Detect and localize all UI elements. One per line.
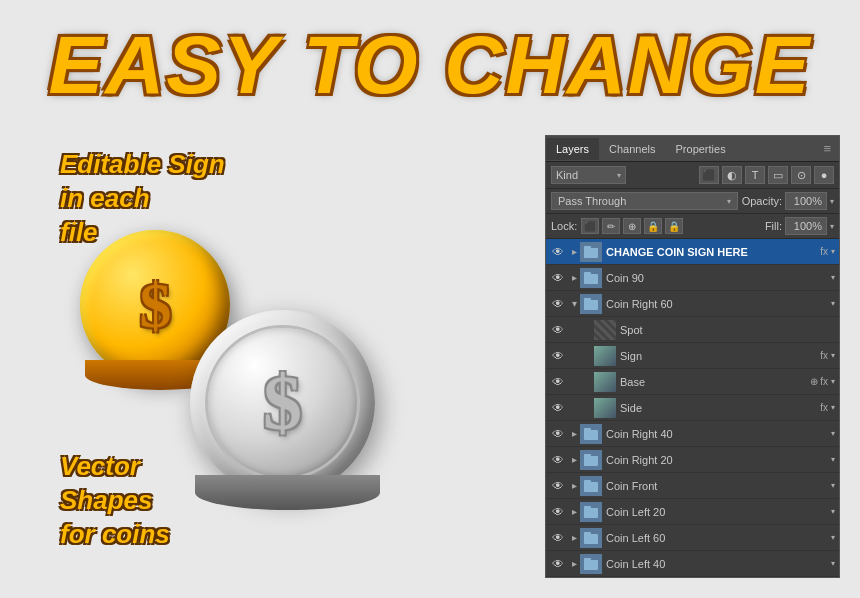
layer-fx-chevron[interactable]: ▾	[831, 455, 835, 464]
layer-item[interactable]: 👁▸Coin Right 40▾	[546, 421, 839, 447]
layer-name: Base	[620, 376, 810, 388]
tab-layers[interactable]: Layers	[546, 138, 599, 160]
filter-pixel-icon[interactable]: ⬛	[699, 166, 719, 184]
lock-all-icon[interactable]: 🔒	[665, 218, 683, 234]
layer-name: Sign	[620, 350, 820, 362]
eye-visibility-icon[interactable]: 👁	[550, 271, 566, 285]
layer-expand-arrow[interactable]: ▾	[568, 298, 580, 309]
eye-visibility-icon[interactable]: 👁	[550, 297, 566, 311]
tab-properties[interactable]: Properties	[666, 138, 736, 160]
layer-item[interactable]: 👁Spot	[546, 317, 839, 343]
svg-rect-11	[584, 480, 591, 484]
layer-expand-arrow[interactable]: ▸	[568, 480, 580, 491]
layer-item[interactable]: 👁▸CHANGE COIN SIGN HEREfx▾	[546, 239, 839, 265]
layer-thumbnail	[580, 554, 602, 574]
layer-thumbnail	[580, 476, 602, 496]
layer-name: Coin Left 20	[606, 506, 831, 518]
layer-item[interactable]: 👁▸Coin Right 20▾	[546, 447, 839, 473]
filter-shape-icon[interactable]: ▭	[768, 166, 788, 184]
layer-thumbnail	[580, 294, 602, 314]
silver-coin: $	[190, 310, 390, 510]
opacity-label: Opacity:	[742, 195, 782, 207]
blend-dropdown-arrow: ▾	[727, 197, 731, 206]
filter-type-icon[interactable]: T	[745, 166, 765, 184]
layer-item[interactable]: 👁▸Coin Left 60▾	[546, 525, 839, 551]
layer-item[interactable]: 👁▸Coin Left 40▾	[546, 551, 839, 577]
lock-transparent-icon[interactable]: ⬛	[581, 218, 599, 234]
gold-dollar-sign: $	[108, 258, 203, 353]
layer-item[interactable]: 👁▾Coin Right 60▾	[546, 291, 839, 317]
layer-thumbnail	[594, 372, 616, 392]
layer-item[interactable]: 👁Signfx▾	[546, 343, 839, 369]
layer-expand-arrow[interactable]: ▸	[568, 272, 580, 283]
layer-expand-arrow[interactable]: ▸	[568, 532, 580, 543]
blend-mode-dropdown[interactable]: Pass Through ▾	[551, 192, 738, 210]
kind-label: Kind	[556, 169, 578, 181]
panel-menu-icon[interactable]: ≡	[815, 136, 839, 161]
eye-visibility-icon[interactable]: 👁	[550, 531, 566, 545]
layer-thumbnail	[580, 242, 602, 262]
layer-fx-chevron[interactable]: ▾	[831, 559, 835, 568]
layer-name: Coin 90	[606, 272, 831, 284]
layer-fx-chevron[interactable]: ▾	[831, 299, 835, 308]
lock-label: Lock:	[551, 220, 577, 232]
kind-dropdown[interactable]: Kind ▾	[551, 166, 626, 184]
layer-fx-chevron[interactable]: ▾	[831, 533, 835, 542]
fill-value[interactable]: 100%	[785, 217, 827, 235]
layers-list: 👁▸CHANGE COIN SIGN HEREfx▾👁▸Coin 90▾👁▾Co…	[546, 239, 839, 577]
eye-visibility-icon[interactable]: 👁	[550, 401, 566, 415]
eye-visibility-icon[interactable]: 👁	[550, 349, 566, 363]
layer-fx-chevron[interactable]: ▾	[831, 377, 835, 386]
eye-visibility-icon[interactable]: 👁	[550, 505, 566, 519]
layer-item[interactable]: 👁Base⊕fx▾	[546, 369, 839, 395]
silver-coin-edge	[195, 475, 380, 510]
layer-item[interactable]: 👁▸Coin Front▾	[546, 473, 839, 499]
svg-rect-13	[584, 506, 591, 510]
layer-fx-chevron[interactable]: ▾	[831, 273, 835, 282]
layer-name: Coin Right 20	[606, 454, 831, 466]
layer-expand-arrow[interactable]: ▸	[568, 506, 580, 517]
layer-name: Coin Front	[606, 480, 831, 492]
layer-thumbnail	[580, 502, 602, 522]
layer-expand-arrow[interactable]: ▸	[568, 428, 580, 439]
filter-icons: ⬛ ◐ T ▭ ⊙ ●	[699, 166, 834, 184]
filter-smart-icon[interactable]: ⊙	[791, 166, 811, 184]
lock-paint-icon[interactable]: ✏	[602, 218, 620, 234]
eye-visibility-icon[interactable]: 👁	[550, 453, 566, 467]
fill-label: Fill:	[765, 220, 782, 232]
blend-mode-row: Pass Through ▾ Opacity: 100% ▾	[546, 189, 839, 214]
eye-visibility-icon[interactable]: 👁	[550, 557, 566, 571]
layer-item[interactable]: 👁▸Coin 90▾	[546, 265, 839, 291]
layer-fx-chevron[interactable]: ▾	[831, 481, 835, 490]
blend-mode-value: Pass Through	[558, 195, 626, 207]
layer-expand-arrow[interactable]: ▸	[568, 558, 580, 569]
eye-visibility-icon[interactable]: 👁	[550, 245, 566, 259]
tab-channels[interactable]: Channels	[599, 138, 665, 160]
lock-position-icon[interactable]: ⊕	[623, 218, 641, 234]
filter-adjust-icon[interactable]: ◐	[722, 166, 742, 184]
fill-arrow: ▾	[830, 222, 834, 231]
layer-fx-chevron[interactable]: ▾	[831, 247, 835, 256]
layer-fx-chevron[interactable]: ▾	[831, 403, 835, 412]
layer-name: Coin Right 40	[606, 428, 831, 440]
eye-visibility-icon[interactable]: 👁	[550, 479, 566, 493]
filter-toggle-icon[interactable]: ●	[814, 166, 834, 184]
layer-fx-badge: fx	[820, 402, 828, 413]
layer-fx-chevron[interactable]: ▾	[831, 351, 835, 360]
eye-visibility-icon[interactable]: 👁	[550, 427, 566, 441]
opacity-control: Opacity: 100% ▾	[742, 192, 834, 210]
opacity-value[interactable]: 100%	[785, 192, 827, 210]
eye-visibility-icon[interactable]: 👁	[550, 375, 566, 389]
layer-item[interactable]: 👁Sidefx▾	[546, 395, 839, 421]
lock-artboard-icon[interactable]: 🔒	[644, 218, 662, 234]
eye-visibility-icon[interactable]: 👁	[550, 323, 566, 337]
layer-fx-chevron[interactable]: ▾	[831, 429, 835, 438]
layer-item[interactable]: 👁▸Coin Left 20▾	[546, 499, 839, 525]
layer-thumbnail	[594, 346, 616, 366]
layer-expand-arrow[interactable]: ▸	[568, 454, 580, 465]
layer-expand-arrow[interactable]: ▸	[568, 246, 580, 257]
layer-fx-chevron[interactable]: ▾	[831, 507, 835, 516]
fill-control: Fill: 100% ▾	[765, 217, 834, 235]
layer-thumbnail	[580, 450, 602, 470]
silver-dollar-sign: $	[225, 345, 340, 460]
